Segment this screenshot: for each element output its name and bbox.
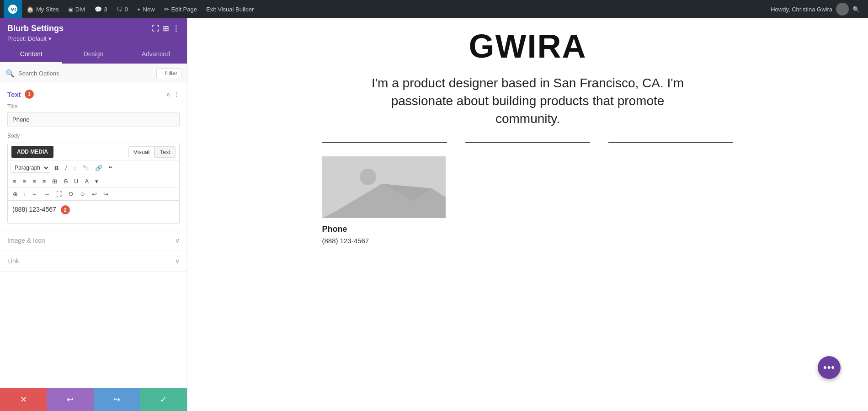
panel-tabs: Content Design Advanced [0, 46, 187, 64]
tab-text[interactable]: Text [154, 146, 176, 158]
align-right-button[interactable]: ≡ [30, 177, 38, 186]
svg-point-1 [360, 169, 376, 185]
placeholder-image [322, 156, 446, 218]
admin-bar-mysites[interactable]: 🏠 My Sites [22, 0, 64, 18]
section-title-text: Text 1 [7, 90, 34, 99]
settings-panel: Blurb Settings ⛶ ⊞ ⋮ Preset: Default ▾ C… [0, 18, 187, 411]
cancel-button[interactable]: ✕ [0, 388, 47, 411]
divi-icon: ◉ [68, 6, 73, 13]
panel-title-row: Blurb Settings ⛶ ⊞ ⋮ [7, 24, 180, 33]
undo-button[interactable]: ↩ [47, 388, 93, 411]
toolbar-row-2: ≡ ≡ ≡ ≡ ⊞ S U A ▾ [8, 175, 179, 188]
paragraph-select[interactable]: Paragraph [11, 163, 50, 173]
editor-area[interactable]: (888) 123-4567 2 [7, 201, 180, 224]
table-button[interactable]: ⊞ [50, 177, 59, 186]
subscript-button[interactable]: ᵢ [22, 190, 27, 198]
plus-icon: + [137, 6, 141, 13]
chevron-down-icon: ∨ [175, 257, 180, 265]
indent-button[interactable]: → [42, 190, 52, 198]
more-icon[interactable]: ⋮ [172, 24, 180, 33]
align-center-button[interactable]: ≡ [21, 177, 29, 186]
special-chars-button[interactable]: Ω [66, 190, 75, 198]
search-icon: 🔍 [5, 69, 15, 78]
toolbar-row-3: ⊕ ᵢ ← → ⛶ Ω ☺ ↩ ↪ [8, 188, 179, 200]
emoji-button[interactable]: ☺ [77, 190, 88, 198]
editor-toolbar: ADD MEDIA Visual Text Paragraph B I ≡ [7, 143, 180, 201]
underline-button[interactable]: U [72, 177, 80, 186]
expand-icon[interactable]: ⛶ [152, 25, 159, 33]
preset-selector[interactable]: Preset: Default ▾ [7, 35, 180, 42]
redo-editor-button[interactable]: ↪ [101, 190, 111, 198]
tab-advanced[interactable]: Advanced [125, 46, 187, 64]
dividers [322, 142, 734, 143]
tab-visual[interactable]: Visual [128, 146, 154, 158]
title-input[interactable] [7, 112, 180, 127]
link-button[interactable]: 🔗 [93, 164, 105, 172]
ordered-list-button[interactable]: ⁹≡ [81, 164, 91, 172]
justify-button[interactable]: ≡ [40, 177, 48, 186]
undo-editor-button[interactable]: ↩ [90, 190, 99, 198]
search-input[interactable] [18, 70, 153, 77]
title-label: Title [7, 103, 180, 110]
admin-bar-exit-builder[interactable]: Exit Visual Builder [202, 0, 259, 18]
toolbar-row-1: Paragraph B I ≡ ⁹≡ 🔗 ❝ [8, 161, 179, 175]
divider-3 [608, 142, 733, 143]
bold-button[interactable]: B [52, 164, 61, 172]
tab-design[interactable]: Design [62, 46, 124, 64]
panel-content: Text 1 ∧ ⋮ Title Body ADD MEDIA [0, 83, 187, 388]
tab-content[interactable]: Content [0, 46, 62, 64]
section-more-icon[interactable]: ⋮ [173, 91, 180, 98]
blurb-title: Phone [322, 224, 347, 234]
search-bar: 🔍 + Filter [0, 64, 187, 83]
section-badge-1: 1 [25, 90, 34, 99]
blurb-card: Phone (888) 123-4567 [322, 156, 450, 245]
home-icon: 🏠 [27, 6, 34, 13]
blurb-body: (888) 123-4567 [322, 237, 369, 245]
editor-badge-2: 2 [61, 205, 70, 214]
admin-bar: 🏠 My Sites ◉ Divi 💬 3 🗨 0 + New ✏ Edit P… [0, 0, 868, 18]
admin-bar-edit-page[interactable]: ✏ Edit Page [160, 0, 202, 18]
add-media-button[interactable]: ADD MEDIA [11, 146, 53, 158]
redo-button[interactable]: ↪ [94, 388, 140, 411]
unordered-list-button[interactable]: ≡ [71, 164, 79, 172]
admin-bar-messages[interactable]: 🗨 0 [112, 0, 133, 18]
columns-icon[interactable]: ⊞ [163, 24, 169, 33]
panel-title-text: Blurb Settings [7, 24, 64, 33]
collapse-icon[interactable]: ∧ [166, 91, 170, 98]
admin-bar-divi[interactable]: ◉ Divi [64, 0, 90, 18]
pencil-icon: ✏ [164, 6, 169, 13]
more-toolbar-button[interactable]: ▾ [93, 177, 101, 186]
admin-bar-user: Howdy, Christina Gwira 🔍 [766, 3, 864, 16]
divider-1 [322, 142, 447, 143]
search-icon[interactable]: 🔍 [852, 6, 860, 13]
wp-logo[interactable] [4, 0, 22, 18]
outdent-button[interactable]: ← [29, 190, 40, 198]
fullscreen-button[interactable]: ⛶ [54, 190, 64, 198]
body-label: Body [7, 133, 180, 139]
site-title: GWIRA [469, 27, 587, 65]
message-icon: 🗨 [117, 6, 122, 13]
avatar [836, 3, 849, 16]
italic-button[interactable]: I [63, 164, 69, 172]
blockquote-button[interactable]: ❝ [107, 164, 114, 172]
admin-bar-comments[interactable]: 💬 3 [90, 0, 112, 18]
text-section: Text 1 ∧ ⋮ Title Body ADD MEDIA [0, 83, 187, 230]
fab-button[interactable]: ••• [818, 356, 841, 379]
bio-text: I'm a product designer based in San Fran… [368, 74, 688, 128]
panel-header: Blurb Settings ⛶ ⊞ ⋮ Preset: Default ▾ [0, 18, 187, 46]
filter-button[interactable]: + Filter [156, 68, 181, 78]
chevron-down-icon: ∨ [175, 237, 180, 244]
divider-2 [465, 142, 590, 143]
save-button[interactable]: ✓ [140, 388, 187, 411]
align-left-button[interactable]: ≡ [11, 177, 19, 186]
main-content: GWIRA I'm a product designer based in Sa… [187, 18, 868, 411]
content-columns: Phone (888) 123-4567 [322, 156, 734, 245]
bottom-bar: ✕ ↩ ↪ ✓ [0, 388, 187, 411]
image-icon-section[interactable]: Image & Icon ∨ [0, 230, 187, 251]
editor-mode-tabs: Visual Text [128, 146, 176, 158]
link-section[interactable]: Link ∨ [0, 251, 187, 272]
admin-bar-new[interactable]: + New [133, 0, 160, 18]
insert-button[interactable]: ⊕ [11, 190, 20, 198]
font-color-button[interactable]: A [82, 177, 91, 186]
strikethrough-button[interactable]: S [61, 177, 70, 186]
